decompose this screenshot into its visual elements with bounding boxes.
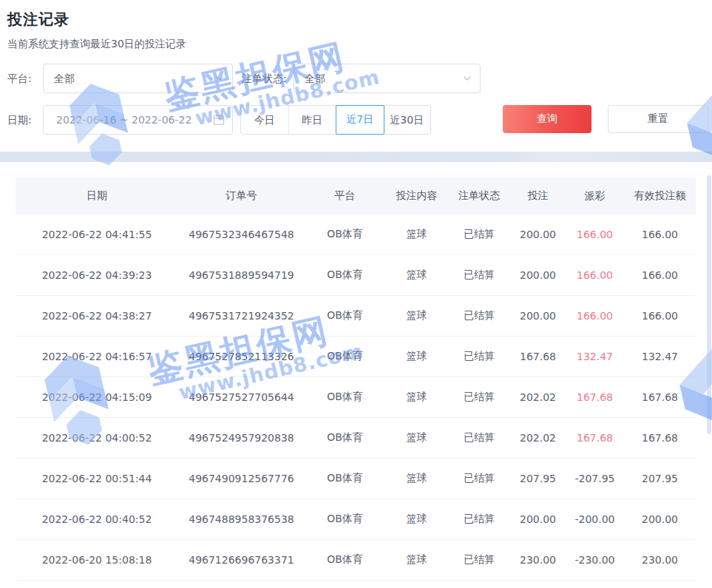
table-row: 2022-06-22 04:15:094967527527705644OB体育篮… <box>16 377 696 418</box>
cell-order: 4967524957920838 <box>178 432 305 444</box>
cell-bet: 200.00 <box>510 513 566 525</box>
quick-range-button[interactable]: 今日 <box>241 106 289 134</box>
cell-date: 2022-06-22 04:41:55 <box>16 229 178 240</box>
cell-status: 已结算 <box>448 431 510 445</box>
cell-platform: OB体育 <box>305 350 385 363</box>
table-row: 2022-06-22 04:41:554967532346467548OB体育篮… <box>16 214 696 255</box>
cell-bet: 202.02 <box>510 432 566 444</box>
cell-content: 篮球 <box>385 228 448 241</box>
cell-valid: 167.68 <box>624 432 696 444</box>
records-table: 日期订单号平台投注内容注单状态投注派彩有效投注额 2022-06-22 04:4… <box>16 178 696 581</box>
cell-status: 已结算 <box>448 268 510 282</box>
search-button[interactable]: 查询 <box>503 105 591 133</box>
column-header: 平台 <box>305 189 385 203</box>
chevron-down-icon <box>216 75 223 82</box>
cell-content: 篮球 <box>385 472 448 485</box>
status-select-value: 全部 <box>305 64 325 92</box>
cell-content: 篮球 <box>385 431 448 445</box>
cell-platform: OB体育 <box>305 431 385 445</box>
cell-payout: -207.95 <box>566 473 624 484</box>
table-body: 2022-06-22 04:41:554967532346467548OB体育篮… <box>16 214 696 581</box>
betting-records-page: 投注记录 当前系统支持查询最近30日的投注记录 平台: 全部 注单状态: 全部 … <box>0 0 712 588</box>
column-header: 投注内容 <box>385 189 448 203</box>
cell-order: 4967527852113326 <box>178 351 305 362</box>
cell-platform: OB体育 <box>305 268 385 282</box>
platform-select[interactable]: 全部 <box>43 64 233 93</box>
cell-bet: 202.02 <box>510 391 566 403</box>
cell-order: 4967488958376538 <box>178 513 305 525</box>
cell-status: 已结算 <box>448 513 510 526</box>
cell-content: 篮球 <box>385 268 448 282</box>
cell-bet: 207.95 <box>510 473 566 484</box>
cell-platform: OB体育 <box>305 309 385 322</box>
table-row: 2022-06-20 15:08:184967126696763371OB体育篮… <box>16 540 696 581</box>
cell-valid: 230.00 <box>624 554 696 566</box>
cell-bet: 200.00 <box>510 310 566 322</box>
cell-platform: OB体育 <box>305 391 385 404</box>
status-select[interactable]: 全部 <box>294 64 481 93</box>
date-label: 日期: <box>7 105 32 135</box>
cell-content: 篮球 <box>385 553 448 567</box>
status-label: 注单状态: <box>242 64 287 93</box>
cell-platform: OB体育 <box>305 228 385 241</box>
cell-date: 2022-06-22 04:15:09 <box>16 391 178 403</box>
column-header: 有效投注额 <box>624 189 696 203</box>
cell-payout: -230.00 <box>566 554 624 566</box>
quick-range-button[interactable]: 近7日 <box>336 105 384 135</box>
page-subtitle: 当前系统支持查询最近30日的投注记录 <box>7 38 186 51</box>
cell-valid: 167.68 <box>624 391 696 403</box>
cell-order: 4967531721924352 <box>178 310 305 322</box>
cell-bet: 200.00 <box>510 229 566 240</box>
cell-bet: 200.00 <box>510 269 566 281</box>
cell-bet: 167.68 <box>510 351 566 362</box>
cell-payout: 167.68 <box>566 391 624 403</box>
cell-order: 4967490912567776 <box>178 473 305 484</box>
cell-valid: 200.00 <box>624 513 696 525</box>
table-row: 2022-06-22 00:51:444967490912567776OB体育篮… <box>16 459 696 499</box>
quick-range-group: 今日昨日近7日近30日 <box>240 105 431 135</box>
column-header: 订单号 <box>178 189 305 203</box>
cell-date: 2022-06-22 04:39:23 <box>16 269 178 281</box>
cell-date: 2022-06-22 04:00:52 <box>16 432 178 444</box>
cell-content: 篮球 <box>385 391 448 404</box>
cell-content: 篮球 <box>385 513 448 526</box>
cell-payout: 166.00 <box>566 229 624 240</box>
cell-valid: 166.00 <box>624 310 696 322</box>
platform-select-value: 全部 <box>54 64 75 92</box>
cell-payout: 132.47 <box>566 351 624 362</box>
cell-order: 4967527527705644 <box>178 391 305 403</box>
cell-valid: 207.95 <box>624 473 696 484</box>
cell-valid: 166.00 <box>624 269 696 281</box>
cell-bet: 230.00 <box>510 554 566 566</box>
cell-order: 4967532346467548 <box>178 229 305 240</box>
cell-order: 4967531889594719 <box>178 269 305 281</box>
reset-button[interactable]: 重置 <box>608 105 708 133</box>
cell-payout: 166.00 <box>566 310 624 322</box>
section-divider-band <box>0 152 712 162</box>
table-header-row: 日期订单号平台投注内容注单状态投注派彩有效投注额 <box>16 178 696 214</box>
column-header: 投注 <box>510 189 566 203</box>
cell-date: 2022-06-20 15:08:18 <box>16 554 178 566</box>
cell-payout: -200.00 <box>566 513 624 525</box>
date-range-value: 2022-06-16 ~ 2022-06-22 <box>56 106 191 134</box>
chevron-down-icon <box>464 75 471 82</box>
quick-range-button[interactable]: 近30日 <box>384 106 431 134</box>
table-row: 2022-06-22 04:16:574967527852113326OB体育篮… <box>16 337 696 377</box>
cell-platform: OB体育 <box>305 472 385 485</box>
cell-date: 2022-06-22 00:51:44 <box>16 473 178 484</box>
cell-date: 2022-06-22 04:38:27 <box>16 310 178 322</box>
cell-status: 已结算 <box>448 228 510 241</box>
cell-order: 4967126696763371 <box>178 554 305 566</box>
quick-range-button[interactable]: 昨日 <box>289 106 337 134</box>
cell-payout: 166.00 <box>566 269 624 281</box>
table-row: 2022-06-22 04:00:524967524957920838OB体育篮… <box>16 418 696 459</box>
scrollbar[interactable] <box>707 175 711 434</box>
table-row: 2022-06-22 00:40:524967488958376538OB体育篮… <box>16 499 696 540</box>
column-header: 派彩 <box>566 189 624 203</box>
cell-platform: OB体育 <box>305 553 385 567</box>
cell-content: 篮球 <box>385 350 448 363</box>
platform-label: 平台: <box>7 64 32 93</box>
cell-valid: 166.00 <box>624 229 696 240</box>
date-range-input[interactable]: 2022-06-16 ~ 2022-06-22 <box>43 105 233 135</box>
cell-status: 已结算 <box>448 391 510 404</box>
